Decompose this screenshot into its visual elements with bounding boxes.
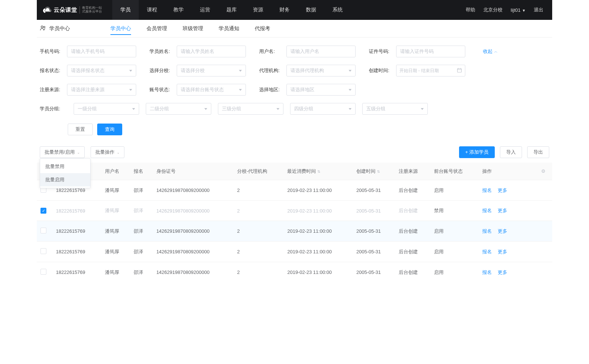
table-toolbar: 批量禁用/启用⌄ 批量操作⌄ 批量禁用批量启用 + 添加学员 导入 导出 (37, 139, 552, 163)
action-signup[interactable]: 报名 (482, 269, 492, 276)
bulk-toggle-dropdown[interactable]: 批量禁用/启用⌄ (40, 146, 85, 158)
text-input[interactable]: 请输入证件号码 (396, 46, 465, 57)
table-row: 18222615769潘筠厚邵泽142629198708092000002201… (37, 180, 552, 201)
text-input[interactable]: 请输入学员姓名 (177, 46, 246, 57)
col-header: 报名 (130, 163, 152, 180)
table-row: 18222615769潘筠厚邵泽142629198708092000002201… (37, 242, 552, 262)
cell-created: 2005-05-31 (353, 221, 395, 242)
cell-user: 潘筠厚 (101, 242, 130, 262)
sort-icon[interactable]: ⇅ (377, 169, 380, 174)
text-input[interactable]: 请输入手机号码 (67, 46, 136, 57)
topnav-item-8[interactable]: 系统 (324, 0, 351, 20)
menu-item-1[interactable]: 批量启用 (40, 173, 90, 186)
field-label: 证件号码: (369, 48, 394, 55)
group-select[interactable]: 四级分组 (290, 103, 356, 115)
topnav-item-0[interactable]: 学员 (112, 0, 139, 20)
cell-branch: 2 (233, 201, 283, 221)
cell-enroll: 邵泽 (130, 262, 152, 283)
row-checkbox[interactable] (40, 269, 46, 275)
export-button[interactable]: 导出 (527, 146, 549, 158)
topnav-item-1[interactable]: 课程 (139, 0, 165, 20)
cell-created: 2005-05-31 (353, 180, 395, 201)
subnav-tab-3[interactable]: 学员通知 (219, 20, 239, 37)
field-label: 账号状态: (149, 86, 174, 93)
topnav-item-3[interactable]: 运营 (192, 0, 218, 20)
subnav-tab-1[interactable]: 会员管理 (147, 20, 167, 37)
chevron-down-icon: ⌄ (117, 150, 120, 154)
group-select[interactable]: 二级分组 (146, 103, 211, 115)
field-label: 手机号码: (40, 48, 65, 55)
filter-field: 手机号码:请输入手机号码 (40, 46, 136, 57)
text-input[interactable]: 请输入用户名 (286, 46, 356, 57)
cell-last: 2019-02-23 11:00:00 (283, 221, 353, 242)
action-more[interactable]: 更多 (498, 207, 507, 214)
cell-phone: 18222615769 (52, 262, 101, 283)
cell-id: 14262919870809200000 (153, 242, 233, 262)
action-more[interactable]: 更多 (498, 187, 507, 194)
sort-icon[interactable]: ⇅ (317, 169, 320, 174)
row-checkbox[interactable] (40, 248, 46, 254)
cell-source: 后台创建 (395, 221, 430, 242)
action-signup[interactable]: 报名 (482, 228, 492, 235)
topnav-item-7[interactable]: 数据 (298, 0, 324, 20)
row-checkbox[interactable]: ✓ (40, 208, 46, 214)
select-input[interactable]: 请选择注册来源 (67, 84, 136, 96)
cell-branch: 2 (233, 180, 283, 201)
select-input[interactable]: 请选择地区 (286, 84, 356, 96)
sub-nav: 学员中心 学员中心会员管理班级管理学员通知代报考 (37, 20, 552, 38)
logo-subtext: 教育机构一站式服务云平台 (80, 6, 102, 14)
row-checkbox[interactable] (40, 228, 46, 233)
nav-logout[interactable]: 退出 (534, 7, 543, 13)
bulk-ops-dropdown[interactable]: 批量操作⌄ (91, 146, 124, 158)
select-input[interactable]: 请选择代理机构 (286, 65, 356, 76)
subnav-tab-4[interactable]: 代报考 (255, 20, 270, 37)
collapse-link[interactable]: 收起︿ (483, 48, 498, 55)
nav-user[interactable]: lijt01▼ (511, 7, 526, 13)
group-select[interactable]: 五级分组 (362, 103, 428, 115)
action-more[interactable]: 更多 (498, 249, 507, 255)
cell-last: 2019-02-23 11:00:00 (283, 262, 353, 283)
filter-field: 选择地区:请选择地区 (259, 84, 356, 96)
group-select[interactable]: 一级分组 (74, 103, 139, 115)
group-select[interactable]: 三级分组 (218, 103, 283, 115)
cell-last: 2019-02-23 11:00:00 (283, 242, 353, 262)
cell-status: 启用 (430, 221, 479, 242)
query-button[interactable]: 查询 (97, 124, 122, 135)
cell-user: 潘筠厚 (101, 221, 130, 242)
select-input[interactable]: 请选择前台账号状态 (177, 84, 246, 96)
action-signup[interactable]: 报名 (482, 187, 492, 194)
topnav-item-4[interactable]: 题库 (218, 0, 245, 20)
import-button[interactable]: 导入 (500, 146, 522, 158)
topnav-item-5[interactable]: 资源 (245, 0, 271, 20)
action-more[interactable]: 更多 (498, 269, 507, 276)
field-label: 代理机构: (259, 67, 284, 74)
date-range-input[interactable]: 开始日期 - 结束日期 (396, 65, 465, 76)
menu-item-0[interactable]: 批量禁用 (40, 160, 90, 173)
gear-icon[interactable]: ⚙ (541, 168, 546, 174)
nav-help[interactable]: 帮助 (466, 7, 475, 13)
cell-last: 2019-02-23 11:00:00 (283, 201, 353, 221)
nav-branch[interactable]: 北京分校 (483, 7, 502, 13)
svg-point-0 (41, 26, 43, 28)
subnav-tab-2[interactable]: 班级管理 (183, 20, 203, 37)
calendar-icon (457, 68, 462, 74)
add-student-button[interactable]: + 添加学员 (459, 146, 495, 158)
field-label: 用户名: (259, 48, 284, 55)
filter-field: 创建时间:开始日期 - 结束日期 (369, 65, 465, 76)
cell-created: 2005-05-31 (353, 201, 395, 221)
select-input[interactable]: 请选择分校 (177, 65, 246, 76)
cloud-icon (43, 6, 52, 14)
topnav-item-6[interactable]: 财务 (271, 0, 298, 20)
select-input[interactable]: 请选择报名状态 (67, 65, 136, 76)
action-more[interactable]: 更多 (498, 228, 507, 235)
reset-button[interactable]: 重置 (68, 124, 93, 135)
filter-field: 账号状态:请选择前台账号状态 (149, 84, 246, 96)
action-signup[interactable]: 报名 (482, 249, 492, 255)
cell-branch: 2 (233, 262, 283, 283)
filter-field: 报名状态:请选择报名状态 (40, 65, 136, 76)
action-signup[interactable]: 报名 (482, 207, 492, 214)
cell-enroll: 邵泽 (130, 201, 152, 221)
topnav-item-2[interactable]: 教学 (165, 0, 192, 20)
field-label: 创建时间: (369, 67, 394, 74)
subnav-tab-0[interactable]: 学员中心 (110, 20, 131, 37)
